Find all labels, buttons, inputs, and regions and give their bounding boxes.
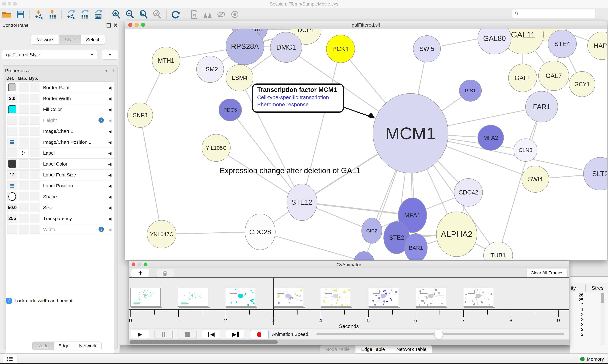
frame-thumbnail-7[interactable] bbox=[463, 288, 493, 307]
edge-snf3-ynl047c[interactable] bbox=[140, 115, 162, 234]
table-cell[interactable]: 2 bbox=[571, 312, 583, 317]
collapse-all-icon[interactable]: » bbox=[110, 70, 116, 72]
expand-row-icon[interactable]: ◀ bbox=[108, 85, 111, 90]
table-cell[interactable]: 1 bbox=[571, 307, 583, 312]
default-value[interactable]: 255 bbox=[8, 216, 16, 221]
timeline-scrollbar[interactable] bbox=[129, 339, 569, 345]
table-cell[interactable]: 25 bbox=[571, 298, 583, 302]
expand-row-icon[interactable]: ◀ bbox=[108, 129, 111, 134]
animation-speed-handle[interactable] bbox=[434, 329, 443, 339]
frame-thumbnail-1[interactable] bbox=[178, 288, 208, 307]
pause-button[interactable] bbox=[154, 330, 173, 339]
bypass-cell[interactable] bbox=[30, 83, 40, 92]
table-cell[interactable]: 2 bbox=[571, 317, 583, 322]
export-network-icon[interactable] bbox=[66, 9, 76, 19]
info-icon[interactable]: i bbox=[98, 117, 104, 123]
expand-row-icon[interactable]: ◀ bbox=[108, 227, 111, 232]
record-button[interactable] bbox=[250, 330, 269, 339]
frame-thumbnail-4[interactable] bbox=[321, 288, 351, 307]
default-value[interactable]: 50.0 bbox=[8, 205, 17, 210]
default-cell[interactable] bbox=[7, 83, 17, 92]
tab-network[interactable]: Network bbox=[31, 35, 59, 44]
table-cell[interactable]: 2 bbox=[571, 302, 583, 307]
hide-panel-icon[interactable] bbox=[216, 9, 226, 19]
network-graph[interactable]: RPS28BDCP1GAL11GAL80STE4HAP2RPS28ADMC1PC… bbox=[125, 29, 607, 260]
expand-row-icon[interactable]: ◀ bbox=[108, 118, 111, 123]
clear-all-frames-button[interactable]: Clear All Frames bbox=[527, 269, 567, 277]
property-row-label-font-size[interactable]: 12 Label Font Size ◀ bbox=[6, 169, 114, 181]
frame-thumbnail-6[interactable] bbox=[416, 288, 446, 307]
default-cell[interactable] bbox=[7, 181, 17, 190]
mapping-cell[interactable] bbox=[19, 105, 28, 114]
bypass-cell[interactable] bbox=[30, 148, 40, 157]
expand-all-icon[interactable]: » bbox=[103, 70, 110, 72]
frame-thumbnail-3[interactable] bbox=[273, 288, 303, 307]
annotation-link[interactable]: Cell-type-specific transcription bbox=[257, 94, 343, 100]
bypass-cell[interactable] bbox=[30, 138, 40, 146]
default-cell[interactable] bbox=[7, 138, 17, 146]
table-cell[interactable]: 2 bbox=[571, 327, 583, 332]
mapping-cell[interactable] bbox=[19, 83, 28, 92]
tab-node-table[interactable]: Node Table bbox=[320, 346, 356, 353]
show-panel-icon[interactable] bbox=[230, 9, 240, 19]
default-cell[interactable] bbox=[7, 127, 17, 135]
mapping-cell[interactable] bbox=[19, 203, 28, 212]
expand-row-icon[interactable]: ◀ bbox=[108, 140, 111, 145]
edge-cdc28-smallcut[interactable] bbox=[260, 232, 364, 260]
property-row-fill-color[interactable]: Fill Color ◀ bbox=[6, 104, 114, 115]
ellipse-shape-icon[interactable] bbox=[8, 192, 16, 201]
bypass-cell[interactable] bbox=[30, 192, 40, 201]
zoom-out-icon[interactable] bbox=[125, 9, 135, 19]
tab-select[interactable]: Select bbox=[81, 35, 105, 44]
frame-thumbnail-0[interactable] bbox=[130, 288, 161, 307]
annotation-link[interactable]: Pheromone response bbox=[257, 101, 343, 107]
save-icon[interactable] bbox=[15, 9, 26, 19]
timeline[interactable]: 0 1 2 3 4 5 6 7 8 9 Seconds bbox=[129, 278, 569, 329]
property-row-border-paint[interactable]: Border Paint ◀ bbox=[6, 82, 114, 93]
export-table-icon[interactable] bbox=[79, 9, 89, 19]
mapping-cell[interactable] bbox=[19, 181, 28, 190]
bypass-cell[interactable] bbox=[30, 127, 40, 135]
mapping-cell[interactable] bbox=[19, 94, 28, 103]
tab-node[interactable]: Node bbox=[33, 342, 54, 350]
mapping-cell[interactable] bbox=[19, 127, 28, 135]
table-cell[interactable]: 2 bbox=[571, 322, 583, 327]
export-image-icon[interactable] bbox=[93, 9, 103, 19]
tab-style[interactable]: Style bbox=[59, 35, 81, 44]
mapping-cell[interactable] bbox=[19, 170, 28, 179]
network-document-icon[interactable] bbox=[189, 9, 199, 19]
property-row-image-chart-1[interactable]: Image/Chart 1 ◀ bbox=[6, 126, 114, 137]
style-selector[interactable]: galFiltered Style ▾ bbox=[2, 50, 97, 59]
expand-row-icon[interactable]: ◀ bbox=[108, 107, 111, 112]
open-folder-icon[interactable] bbox=[2, 9, 12, 19]
expand-row-icon[interactable]: ◀ bbox=[108, 162, 111, 167]
info-icon[interactable]: i bbox=[98, 227, 104, 232]
default-swatch[interactable] bbox=[8, 83, 16, 91]
play-button[interactable]: ▶ bbox=[131, 330, 149, 339]
bypass-cell[interactable] bbox=[30, 181, 40, 190]
tab-edge-table[interactable]: Edge Table bbox=[356, 346, 391, 353]
bypass-cell[interactable] bbox=[30, 170, 40, 179]
expand-row-icon[interactable]: ◀ bbox=[108, 183, 111, 188]
mapping-cell[interactable] bbox=[19, 192, 28, 201]
table-cell[interactable]: 26 bbox=[571, 293, 583, 298]
import-table-icon[interactable] bbox=[47, 9, 57, 19]
style-options-button[interactable]: ▾ bbox=[102, 50, 118, 60]
property-row-shape[interactable]: Shape ◀ bbox=[6, 191, 114, 202]
table-column-header[interactable]: ity bbox=[571, 285, 576, 291]
bypass-cell[interactable] bbox=[30, 225, 40, 234]
property-row-label-color[interactable]: Label Color ◀ bbox=[6, 159, 114, 169]
mapping-cell[interactable] bbox=[19, 116, 28, 125]
mapping-cell[interactable] bbox=[19, 159, 28, 168]
network-window-titlebar[interactable]: galFiltered.sif bbox=[125, 21, 607, 29]
tab-network[interactable]: Network bbox=[74, 342, 101, 350]
edge-pdc5-ste12[interactable] bbox=[230, 110, 302, 202]
default-cell[interactable] bbox=[7, 116, 17, 125]
default-cell[interactable]: 12 bbox=[7, 170, 17, 179]
table-scrollbar[interactable] bbox=[601, 293, 605, 345]
frame-thumbnail-5[interactable] bbox=[368, 288, 398, 307]
import-network-icon[interactable] bbox=[34, 9, 44, 19]
property-row-border-width[interactable]: 2.0 Border Width ◀ bbox=[6, 93, 114, 104]
default-cell[interactable] bbox=[7, 192, 17, 201]
node-smallcut[interactable] bbox=[354, 252, 374, 260]
